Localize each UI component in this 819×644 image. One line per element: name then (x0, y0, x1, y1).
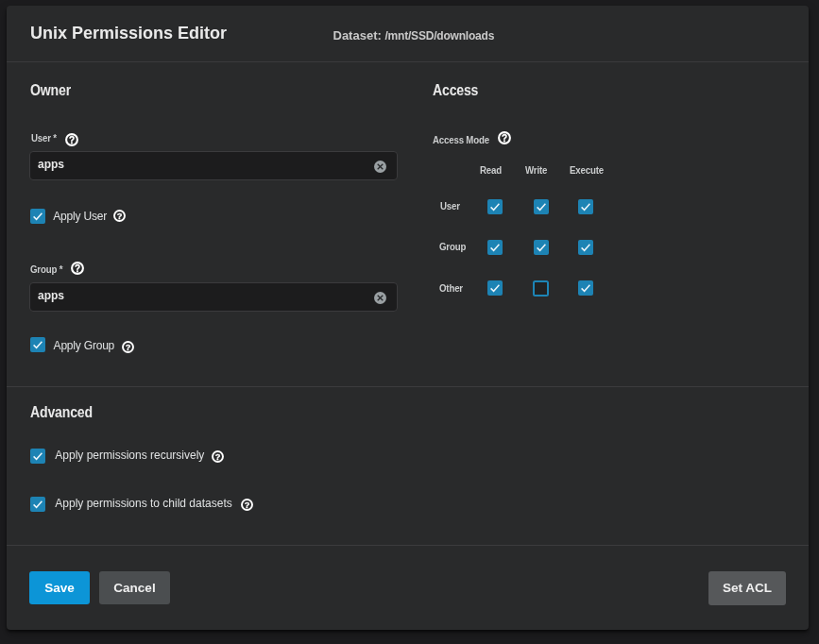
svg-text:?: ? (244, 500, 249, 509)
svg-text:?: ? (214, 452, 220, 462)
svg-text:?: ? (75, 263, 80, 274)
svg-text:?: ? (502, 133, 507, 144)
svg-text:?: ? (117, 212, 123, 221)
svg-text:?: ? (69, 135, 75, 145)
svg-text:?: ? (125, 342, 130, 351)
